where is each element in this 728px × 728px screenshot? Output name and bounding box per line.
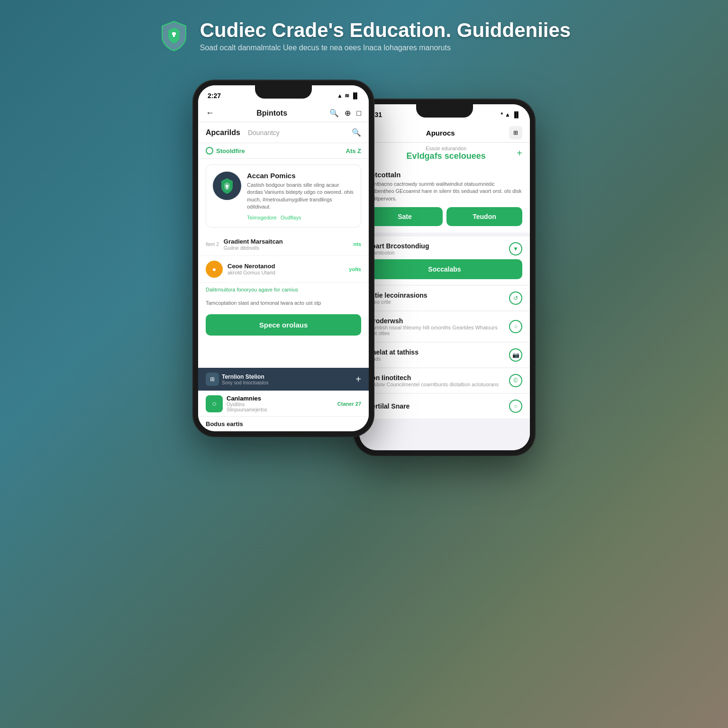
feature-icon: [213, 172, 241, 200]
status-time-left: 2:27: [208, 92, 221, 100]
list-text-2: Ceoe Nerotanod akrold Gomus Utarid: [228, 263, 344, 275]
nav-icons-left: 🔍 ⊕ □: [329, 109, 361, 118]
right-content: Totcottaln Tiantbacno cactrowdy sunmb wa…: [359, 164, 530, 450]
right-list-sub-0: clkamtcoton: [367, 250, 509, 255]
app-list-item[interactable]: ○ Canlamnies Oyidlitns Slinpuursamejerto…: [198, 391, 369, 416]
right-list-content-4: Hon Iinotitech jortsbov Councilmentel co…: [367, 374, 509, 387]
phone-left: 2:27 ▲ ≋ ▐▌ ← Bpintots 🔍 ⊕ □: [193, 81, 373, 436]
battery-icon: ▐▌: [351, 92, 359, 99]
soccalabs-button[interactable]: Soccalabs: [367, 259, 522, 279]
shield-logo-icon: [157, 19, 191, 52]
bottom-nav-add-icon[interactable]: +: [355, 374, 361, 385]
app-item-badge: Ctaner 27: [337, 401, 361, 407]
page-header: Cudiec Crade's Education. Guiddeniies So…: [157, 19, 571, 52]
bottom-nav-sub: Sony sod Imoctoastos: [222, 380, 268, 385]
right-list-item-3[interactable]: Jlaelat at tathiss yonds 📷: [359, 343, 530, 367]
nav-bar-left: ← Bpintots 🔍 ⊕ □: [198, 104, 369, 122]
list-item-2[interactable]: ● Ceoe Nerotanod akrold Gomus Utarid yol…: [198, 256, 369, 283]
app-item-sub2: Slinpuursamejertos: [227, 407, 334, 412]
menu-icon[interactable]: □: [356, 109, 361, 118]
list-sub-1: Guilne ditdnolls: [224, 245, 349, 251]
right-list-title-2: Elroderwsh: [367, 317, 509, 325]
add-icon-right[interactable]: +: [517, 148, 522, 159]
wifi-icon: ≋: [345, 92, 349, 99]
filter-circle-icon: [206, 147, 213, 155]
back-icon[interactable]: ←: [206, 108, 214, 118]
right-list-item-1[interactable]: outie lecoinrasions suteo crtle ↺: [359, 286, 530, 310]
right-list-title-0: Dpart Brcostondiug: [367, 242, 509, 250]
right-list-title-4: Hon Iinotitech: [367, 374, 509, 382]
battery-icon-right: ▐▌: [512, 111, 520, 118]
search-icon[interactable]: 🔍: [329, 109, 339, 118]
right-list-title-3: Jlaelat at tathiss: [367, 348, 509, 356]
tab-inactive[interactable]: Dounantcy: [248, 129, 280, 136]
section-header-left: Apcarilds Dounantcy 🔍: [198, 122, 369, 143]
right-section-title: Evldgafs scelouees: [407, 151, 486, 161]
right-list-content-5: Dertilal Snare: [367, 402, 509, 410]
phone-right-notch: [416, 104, 473, 118]
right-nav: ← Essoir edurandon Evldgafs scelouees +: [359, 143, 530, 164]
right-list-sub-3: yonds: [367, 356, 509, 362]
circle-icon-0: ▼: [509, 242, 522, 255]
circle-icon-2: ○: [509, 320, 522, 333]
phone-right: 3:31 * ▲ ▐▌ ≡ Apurocs ⊞ ← Essoir eduran: [355, 100, 535, 455]
save-button[interactable]: Sate: [367, 207, 443, 226]
right-list-item-4[interactable]: Hon Iinotitech jortsbov Councilmentel co…: [359, 368, 530, 393]
search-icon-section[interactable]: 🔍: [352, 128, 361, 137]
footer-item: Bodus eartis: [198, 416, 369, 431]
feature-content: Accan Pomics Castish bodgour boanis sill…: [247, 172, 354, 220]
circle-icon-1: ↺: [509, 291, 522, 305]
bottom-nav-item-left: ⊞ Ternlion Stelion Sony sod Imoctoastos: [206, 373, 268, 386]
circle-icon-4: ©: [509, 374, 522, 387]
right-list-item-5[interactable]: Dertilal Snare ○: [359, 394, 530, 419]
app-icon-small: ○: [206, 395, 223, 412]
status-icons-right: * ▲ ▐▌: [500, 111, 520, 118]
feature-card: Accan Pomics Castish bodgour boanis sill…: [206, 164, 361, 228]
breadcrumb-block: Essoir edurandon Evldgafs scelouees: [407, 146, 486, 161]
right-list-sub-2: Glarntish nsoal thleomy hilt omonths Gea…: [367, 325, 509, 336]
signal-icon-right: ▲: [505, 111, 510, 118]
page-title: Cudiec Crade's Education. Guiddeniies: [200, 19, 571, 42]
bottom-nav-left: ⊞ Ternlion Stelion Sony sod Imoctoastos …: [198, 368, 369, 391]
list-badge-1: nts: [354, 241, 362, 247]
right-list-sub-4: jortsbov Councilmentel coamtbunts dlotal…: [367, 382, 509, 387]
filter-label[interactable]: Stooldfire: [216, 147, 245, 155]
app-item-text: Canlamnies Oyidlitns Slinpuursamejertos: [227, 395, 334, 412]
feature-tags: Teimsgedore Oudflays: [247, 215, 354, 220]
list-title-2: Ceoe Nerotanod: [228, 263, 344, 270]
right-list-title-1: outie lecoinrasions: [367, 291, 509, 299]
page-subtitle: Soad ocalt danmalmtalc Uee decus te nea …: [200, 44, 571, 52]
right-list-row-0: Dpart Brcostondiug clkamtcoton ▼: [367, 242, 522, 255]
list-text-1: Gradient Marsaitcan Guilne ditdnolls: [224, 238, 349, 251]
tab-active[interactable]: Apcarilds: [206, 128, 240, 137]
shield-card-icon: [218, 177, 236, 194]
top-nav-right: ≡ Apurocs ⊞: [359, 123, 530, 143]
right-list-title-5: Dertilal Snare: [367, 402, 509, 410]
bottom-nav-title: Ternlion Stelion: [222, 373, 268, 380]
list-title-1: Gradient Marsaitcan: [224, 238, 349, 245]
breadcrumb-text: Essoir edurandon: [407, 146, 486, 151]
main-section-title: Totcottaln: [367, 171, 522, 179]
grid-icon[interactable]: ⊞: [509, 126, 522, 139]
feature-desc: Castish bodgour boanis sille oling acaur…: [247, 182, 354, 211]
filter-badge: Ats Z: [346, 147, 362, 155]
list-item-1[interactable]: Item 2 Gradient Marsaitcan Guilne ditdno…: [198, 233, 369, 256]
list-badge-2: yolts: [349, 266, 361, 272]
main-section-desc: Tiantbacno cactrowdy sunmb walitwindiut …: [367, 181, 522, 202]
svg-rect-3: [227, 186, 228, 189]
main-btn-row: Sate Teudon: [367, 207, 522, 226]
right-list-item-0[interactable]: Dpart Brcostondiug clkamtcoton ▼ Soccala…: [359, 237, 530, 285]
list-sub-2: akrold Gomus Utarid: [228, 270, 344, 275]
svg-rect-1: [173, 34, 175, 37]
asterisk-icon: *: [500, 111, 503, 118]
right-list-item-2[interactable]: Elroderwsh Glarntish nsoal thleomy hilt …: [359, 311, 530, 342]
phones-container: 2:27 ▲ ≋ ▐▌ ← Bpintots 🔍 ⊕ □: [193, 81, 535, 455]
right-list-sub-1: suteo crtle: [367, 299, 509, 305]
cta-button-left[interactable]: Spece orolaus: [206, 314, 361, 336]
right-list-content-1: outie lecoinrasions suteo crtle: [367, 291, 509, 305]
app-item-title: Canlamnies: [227, 395, 334, 402]
item-num: Item 2: [206, 242, 219, 247]
share-icon[interactable]: ⊕: [345, 109, 351, 118]
right-list-content-2: Elroderwsh Glarntish nsoal thleomy hilt …: [367, 317, 509, 336]
teudon-button[interactable]: Teudon: [446, 207, 522, 226]
